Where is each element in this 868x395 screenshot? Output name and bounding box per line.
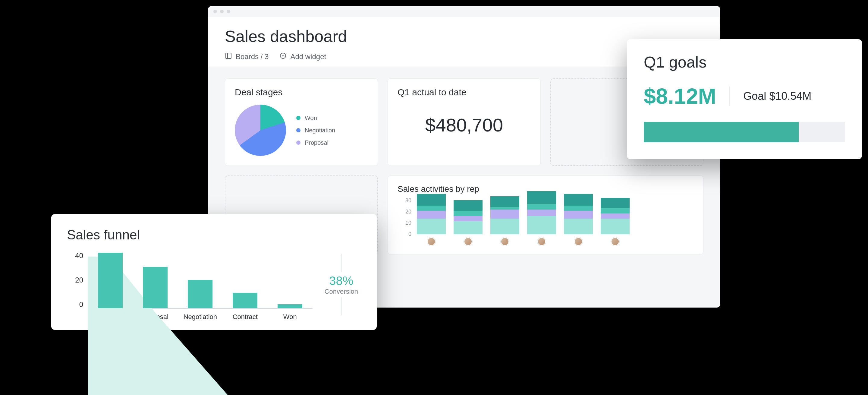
deal-stages-chart: WonNegotiationProposal <box>235 104 368 156</box>
funnel-column <box>88 253 133 308</box>
boards-count-button[interactable]: Boards / 3 <box>225 52 269 61</box>
funnel-column <box>223 293 268 308</box>
chart-y-axis: 3020100 <box>398 198 411 237</box>
bar-segment <box>601 198 629 208</box>
bar-segment <box>601 219 629 234</box>
activities-chart: 3020100 <box>398 198 693 246</box>
legend-label: Negotiation <box>305 127 335 134</box>
q1-goals-card[interactable]: Q1 goals $8.12M Goal $10.54M <box>627 39 862 159</box>
bar-segment <box>417 194 446 206</box>
goals-actual-value: $8.12M <box>644 84 716 109</box>
sales-funnel-card[interactable]: Sales funnel 40200 QualifiedProposalNego… <box>51 214 377 330</box>
funnel-bar <box>278 304 302 308</box>
bar-segment <box>417 219 446 234</box>
activities-column <box>564 194 593 246</box>
window-maximize-icon[interactable] <box>227 10 230 13</box>
bar-segment <box>527 204 556 209</box>
divider <box>730 87 730 106</box>
bar-segment <box>564 211 593 219</box>
bar-segment <box>490 207 519 210</box>
bar-segment <box>454 200 483 211</box>
conversion-label: Conversion <box>324 288 358 296</box>
add-widget-label: Add widget <box>290 53 326 61</box>
sales-activities-widget[interactable]: Sales activities by rep 3020100 <box>388 176 704 254</box>
funnel-column <box>178 280 223 308</box>
plus-circle-icon <box>279 52 287 61</box>
bar-segment <box>490 219 519 234</box>
rep-avatar <box>574 237 583 246</box>
funnel-bar <box>143 267 167 308</box>
legend-swatch-icon <box>296 128 301 132</box>
activities-column <box>417 194 446 246</box>
stacked-bar <box>454 200 483 234</box>
widget-title: Q1 goals <box>644 53 845 71</box>
rep-avatar <box>501 237 509 246</box>
legend-swatch-icon <box>296 141 301 145</box>
bar-segment <box>527 210 556 216</box>
layout-icon <box>225 52 232 61</box>
stacked-bar <box>527 191 556 234</box>
y-tick-label: 0 <box>398 231 411 237</box>
widget-title: Q1 actual to date <box>398 87 531 97</box>
widget-title: Deal stages <box>235 87 368 97</box>
conversion-indicator: 38% Conversion <box>324 251 361 318</box>
bar-segment <box>564 206 593 211</box>
activities-column <box>454 200 483 246</box>
activities-column <box>601 198 629 246</box>
rep-avatar <box>427 237 435 246</box>
rep-avatar <box>537 237 546 246</box>
pie-legend: WonNegotiationProposal <box>296 115 335 146</box>
legend-item: Negotiation <box>296 127 335 134</box>
q1-actual-value: $480,700 <box>398 114 531 136</box>
stacked-bar <box>417 194 446 234</box>
arrow-up-icon <box>341 254 341 272</box>
window-close-icon[interactable] <box>213 10 217 13</box>
rep-avatar <box>611 237 619 246</box>
y-tick-label: 0 <box>67 300 83 309</box>
y-tick-label: 20 <box>67 276 83 284</box>
bar-segment <box>490 210 519 219</box>
activities-column <box>490 196 519 246</box>
arrow-down-icon <box>341 297 341 315</box>
stacked-bar <box>601 198 629 234</box>
widget-title: Sales funnel <box>67 227 361 242</box>
bar-segment <box>454 216 483 221</box>
bar-segment <box>601 208 629 213</box>
activities-column <box>527 191 556 246</box>
stacked-bar <box>564 194 593 234</box>
bar-segment <box>564 194 593 206</box>
window-minimize-icon[interactable] <box>220 10 224 13</box>
funnel-chart: 40200 QualifiedProposalNegotiationContra… <box>67 251 313 318</box>
bar-segment <box>417 206 446 211</box>
stacked-bar <box>490 196 519 234</box>
goals-values-row: $8.12M Goal $10.54M <box>644 84 845 109</box>
legend-item: Won <box>296 115 335 122</box>
goals-progress-bar <box>644 122 845 142</box>
funnel-bar <box>233 293 257 308</box>
boards-count-label: Boards / 3 <box>236 53 269 61</box>
legend-label: Won <box>305 115 317 122</box>
deal-stages-widget[interactable]: Deal stages WonNegotiationProposal <box>225 79 378 166</box>
bar-segment <box>601 213 629 219</box>
y-tick-label: 40 <box>67 251 83 260</box>
funnel-bar <box>98 253 123 308</box>
conversion-pct: 38% <box>329 274 353 288</box>
bar-segment <box>564 219 593 234</box>
add-widget-button[interactable]: Add widget <box>279 52 326 61</box>
funnel-column <box>268 304 313 308</box>
y-tick-label: 10 <box>398 220 411 226</box>
legend-item: Proposal <box>296 139 335 146</box>
svg-rect-0 <box>226 53 231 59</box>
rep-avatar <box>464 237 472 246</box>
q1-actual-widget[interactable]: Q1 actual to date $480,700 <box>388 79 541 166</box>
goals-target-label: Goal $10.54M <box>743 90 811 102</box>
bar-segment <box>454 221 483 234</box>
funnel-bar <box>188 280 213 308</box>
bar-segment <box>527 191 556 204</box>
bar-segment <box>454 211 483 216</box>
chart-y-axis: 40200 <box>67 251 83 309</box>
legend-label: Proposal <box>305 139 329 146</box>
bar-segment <box>417 211 446 219</box>
funnel-column <box>133 267 178 308</box>
y-tick-label: 30 <box>398 198 411 204</box>
